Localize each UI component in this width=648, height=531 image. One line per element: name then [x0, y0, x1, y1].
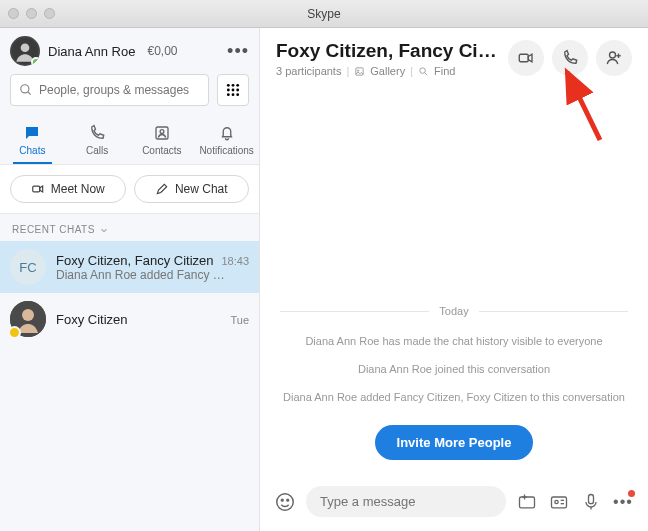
more-options-button[interactable]: ••• — [612, 491, 634, 513]
nav-tabs: Chats Calls Contacts Notifications — [0, 114, 259, 164]
dialpad-button[interactable] — [217, 74, 249, 106]
bell-icon — [218, 124, 236, 142]
tab-chats[interactable]: Chats — [0, 120, 65, 164]
tab-calls[interactable]: Calls — [65, 120, 130, 164]
chat-title: Foxy Citizen — [56, 312, 128, 327]
window-title: Skype — [307, 7, 340, 21]
chat-header: Foxy Citizen, Fancy Ci… 3 participants |… — [260, 28, 648, 87]
gallery-link[interactable]: Gallery — [370, 65, 405, 77]
traffic-lights — [8, 8, 55, 19]
svg-point-2 — [21, 85, 29, 93]
svg-point-7 — [227, 89, 230, 92]
svg-rect-29 — [520, 497, 535, 508]
contacts-icon — [153, 124, 171, 142]
message-field[interactable] — [320, 494, 492, 509]
messages-area: Today Diana Ann Roe has made the chat hi… — [260, 87, 648, 478]
svg-point-23 — [610, 52, 616, 58]
more-icon[interactable]: ••• — [227, 41, 249, 62]
chat-time: Tue — [230, 314, 249, 326]
recent-chats-header[interactable]: RECENT CHATS — [0, 214, 259, 241]
svg-rect-15 — [32, 186, 39, 192]
svg-point-19 — [358, 69, 359, 70]
emoji-button[interactable] — [274, 491, 296, 513]
minimize-dot[interactable] — [26, 8, 37, 19]
svg-point-33 — [555, 500, 558, 503]
dialpad-icon — [226, 83, 240, 97]
svg-point-4 — [227, 84, 230, 87]
contact-card-button[interactable] — [548, 491, 570, 513]
video-icon — [517, 49, 535, 67]
svg-point-11 — [232, 93, 235, 96]
svg-point-26 — [277, 493, 294, 510]
add-people-button[interactable] — [596, 40, 632, 76]
phone-icon — [88, 124, 106, 142]
message-input[interactable] — [306, 486, 506, 517]
svg-point-6 — [236, 84, 239, 87]
svg-line-21 — [425, 72, 428, 75]
find-icon — [418, 66, 429, 77]
gallery-icon — [354, 66, 365, 77]
voice-message-button[interactable] — [580, 491, 602, 513]
svg-point-14 — [160, 130, 164, 134]
search-input[interactable] — [10, 74, 209, 106]
profile-row[interactable]: Diana Ann Roe €0,00 ••• — [0, 28, 259, 74]
status-online-icon — [31, 57, 40, 66]
conversation-title[interactable]: Foxy Citizen, Fancy Ci… — [276, 40, 500, 62]
video-icon — [31, 182, 45, 196]
composer: ••• — [260, 478, 648, 531]
svg-point-28 — [287, 499, 289, 501]
tab-notifications[interactable]: Notifications — [194, 120, 259, 164]
card-plus-icon — [517, 492, 537, 512]
find-link[interactable]: Find — [434, 65, 455, 77]
svg-point-20 — [420, 67, 426, 73]
chat-item-foxy[interactable]: Foxy Citizen Tue — [0, 293, 259, 345]
svg-rect-18 — [356, 67, 363, 74]
video-call-button[interactable] — [508, 40, 544, 76]
conversation-pane: Foxy Citizen, Fancy Ci… 3 participants |… — [260, 28, 648, 531]
chat-time: 18:43 — [221, 255, 249, 267]
svg-line-3 — [28, 92, 31, 95]
microphone-icon — [581, 492, 601, 512]
svg-point-17 — [22, 309, 34, 321]
contact-card-icon — [549, 492, 569, 512]
zoom-dot[interactable] — [44, 8, 55, 19]
status-away-icon — [8, 326, 21, 339]
emoji-icon — [274, 491, 296, 513]
meet-now-button[interactable]: Meet Now — [10, 175, 126, 203]
notification-dot-icon — [628, 490, 635, 497]
profile-name: Diana Ann Roe — [48, 44, 135, 59]
chevron-down-icon — [99, 225, 109, 235]
svg-point-12 — [236, 93, 239, 96]
system-message: Diana Ann Roe added Fancy Citizen, Foxy … — [280, 391, 628, 403]
svg-rect-22 — [519, 54, 528, 62]
add-files-button[interactable] — [516, 491, 538, 513]
chat-icon — [23, 124, 41, 142]
chat-avatar-initials: FC — [10, 249, 46, 285]
audio-call-button[interactable] — [552, 40, 588, 76]
svg-point-27 — [281, 499, 283, 501]
svg-rect-36 — [589, 494, 594, 503]
titlebar: Skype — [0, 0, 648, 28]
search-field[interactable] — [39, 83, 200, 97]
tab-contacts[interactable]: Contacts — [130, 120, 195, 164]
day-divider: Today — [280, 305, 628, 317]
chat-preview: Diana Ann Roe added Fancy … — [56, 268, 249, 282]
svg-point-10 — [227, 93, 230, 96]
system-message: Diana Ann Roe joined this conversation — [280, 363, 628, 375]
chat-item-group[interactable]: FC Foxy Citizen, Fancy Citizen 18:43 Dia… — [0, 241, 259, 293]
participants-link[interactable]: 3 participants — [276, 65, 341, 77]
profile-balance: €0,00 — [147, 44, 177, 58]
avatar — [10, 36, 40, 66]
svg-point-9 — [236, 89, 239, 92]
search-icon — [19, 83, 33, 97]
svg-point-1 — [21, 43, 30, 52]
chat-title: Foxy Citizen, Fancy Citizen — [56, 253, 214, 268]
phone-icon — [561, 49, 579, 67]
new-chat-button[interactable]: New Chat — [134, 175, 250, 203]
close-dot[interactable] — [8, 8, 19, 19]
chat-avatar-image — [10, 301, 46, 337]
svg-point-8 — [232, 89, 235, 92]
sidebar: Diana Ann Roe €0,00 ••• Chats Calls — [0, 28, 260, 531]
compose-icon — [155, 182, 169, 196]
invite-more-button[interactable]: Invite More People — [375, 425, 534, 460]
